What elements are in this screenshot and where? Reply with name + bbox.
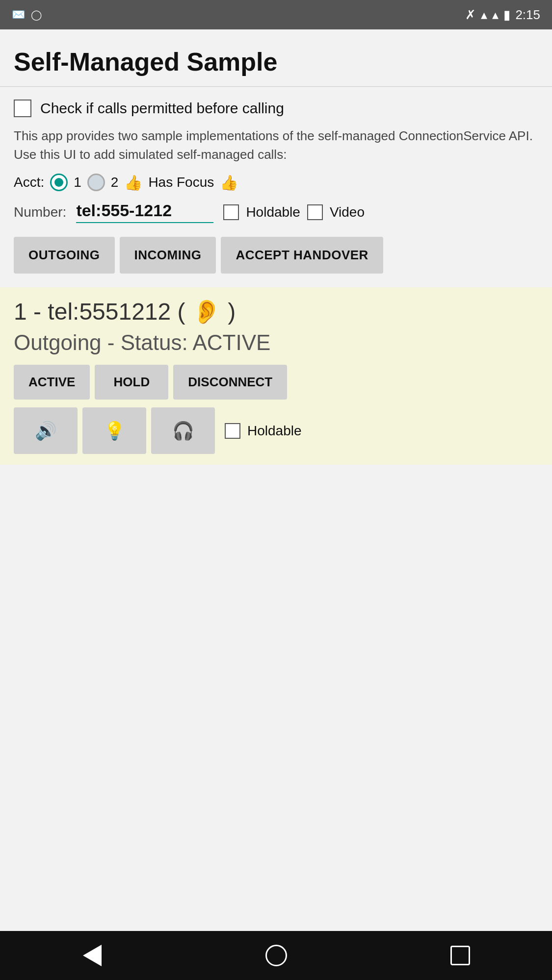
clock: 2:15: [515, 7, 540, 23]
holdable-label: Holdable: [246, 204, 300, 220]
video-checkbox[interactable]: [307, 204, 323, 220]
call-number: 1 - tel:5551212 ( 👂 ): [14, 298, 538, 326]
acct-2-num: 2: [111, 175, 119, 190]
back-icon: [83, 945, 102, 966]
acct-row: Acct: 1 2 👍 Has Focus 👍: [0, 171, 552, 199]
disconnect-button[interactable]: DISCONNECT: [173, 365, 287, 400]
thumbs-up-icon: 👍: [124, 174, 142, 191]
holdable-checkbox[interactable]: [223, 204, 239, 220]
video-label: Video: [330, 204, 365, 220]
wifi-icon: ▴: [481, 7, 487, 23]
lightbulb-button[interactable]: 💡: [82, 407, 146, 454]
description-text: This app provides two sample implementat…: [0, 122, 552, 171]
call-holdable-row: Holdable: [225, 423, 302, 439]
headphones-icon: 🎧: [172, 421, 194, 441]
acct-label: Acct:: [14, 175, 44, 190]
call-icon-buttons: 🔊 💡 🎧 Holdable: [14, 407, 538, 454]
call-card: 1 - tel:5551212 ( 👂 ) Outgoing - Status:…: [0, 287, 552, 465]
acct-2-radio[interactable]: [87, 174, 105, 191]
home-icon: [265, 945, 287, 966]
number-label: Number:: [14, 204, 66, 220]
speaker-icon: 🔊: [35, 421, 57, 441]
call-status: Outgoing - Status: ACTIVE: [14, 330, 538, 355]
acct-1-radio[interactable]: [50, 174, 68, 191]
status-bar-right: ✗ ▴ ▴ ▮ 2:15: [465, 7, 540, 23]
nav-bar: [0, 931, 552, 980]
divider: [0, 86, 552, 87]
recents-button[interactable]: [441, 941, 480, 970]
check-if-calls-checkbox[interactable]: [14, 100, 31, 117]
voicemail-icon: ✉️: [12, 8, 25, 21]
acct-1-num: 1: [74, 175, 81, 190]
call-holdable-label: Holdable: [247, 423, 302, 439]
status-bar-left: ✉️ ◯: [12, 8, 42, 21]
incoming-button[interactable]: INCOMING: [120, 237, 216, 274]
holdable-row: Holdable Video: [223, 204, 365, 220]
home-button[interactable]: [257, 941, 296, 970]
number-input[interactable]: [76, 201, 213, 223]
active-button[interactable]: ACTIVE: [14, 365, 90, 400]
has-focus-label: Has Focus: [148, 175, 214, 190]
app-title: Self-Managed Sample: [0, 29, 552, 86]
back-button[interactable]: [73, 941, 112, 970]
circle-icon: ◯: [31, 9, 42, 21]
bluetooth-icon: ✗: [465, 7, 476, 23]
action-buttons: OUTGOING INCOMING ACCEPT HANDOVER: [0, 235, 552, 287]
check-if-calls-label: Check if calls permitted before calling: [40, 100, 284, 117]
accept-handover-button[interactable]: ACCEPT HANDOVER: [221, 237, 383, 274]
battery-icon: ▮: [503, 7, 510, 23]
call-holdable-checkbox[interactable]: [225, 423, 240, 439]
number-row: Number: Holdable Video: [0, 199, 552, 235]
check-row: Check if calls permitted before calling: [0, 95, 552, 122]
thumbs-up-right-icon: 👍: [220, 174, 238, 191]
call-action-buttons: ACTIVE HOLD DISCONNECT: [14, 365, 538, 400]
outgoing-button[interactable]: OUTGOING: [14, 237, 115, 274]
app-content: Self-Managed Sample Check if calls permi…: [0, 29, 552, 931]
hold-button[interactable]: HOLD: [95, 365, 168, 400]
headphones-button[interactable]: 🎧: [151, 407, 215, 454]
speaker-button[interactable]: 🔊: [14, 407, 78, 454]
signal-icon: ▴: [492, 7, 499, 23]
lightbulb-icon: 💡: [104, 421, 126, 441]
recents-icon: [450, 946, 470, 965]
status-bar: ✉️ ◯ ✗ ▴ ▴ ▮ 2:15: [0, 0, 552, 29]
